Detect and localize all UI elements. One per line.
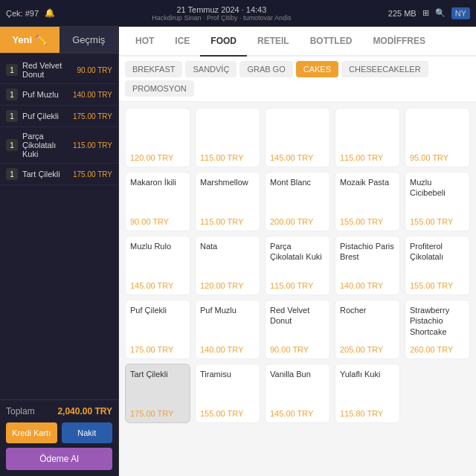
product-card[interactable]: Makaron İkili 90.00 TRY bbox=[125, 172, 190, 231]
category-tab-hot[interactable]: HOT bbox=[125, 27, 164, 57]
sub-tab-cheseecakeler[interactable]: CHESEECAKELER bbox=[341, 61, 428, 77]
product-card[interactable]: Parça Çikolatalı Kuki 115.00 TRY bbox=[265, 236, 330, 295]
order-qty: 1 bbox=[6, 89, 18, 100]
sub-tab-grab-go[interactable]: GRAB GO bbox=[239, 61, 292, 77]
order-price: 140.00 TRY bbox=[73, 91, 112, 99]
product-card[interactable]: Muzlu Cicibebeli 155.00 TRY bbox=[405, 172, 470, 231]
product-card[interactable]: 145.00 TRY bbox=[265, 108, 330, 167]
search-icon[interactable]: 🔍 bbox=[435, 8, 446, 18]
product-price: 120.00 TRY bbox=[200, 281, 255, 290]
order-name: Parça Çikolatalı Kuki bbox=[22, 132, 73, 158]
product-card[interactable]: 120.00 TRY bbox=[125, 108, 190, 167]
product-card[interactable]: Rocher 205.00 TRY bbox=[335, 300, 400, 359]
total-label: Toplam bbox=[6, 406, 35, 416]
order-name: Puf Muzlu bbox=[22, 90, 73, 99]
product-price: 115.80 TRY bbox=[340, 409, 395, 418]
product-name: Nata bbox=[200, 241, 255, 278]
product-price: 155.00 TRY bbox=[410, 217, 465, 226]
product-card[interactable]: Vanilla Bun 145.00 TRY bbox=[265, 364, 330, 423]
product-card[interactable]: Tiramisu 155.00 TRY bbox=[195, 364, 260, 423]
product-name: Tiramisu bbox=[200, 369, 255, 406]
payment-buttons: Kredi Kartı Nakit bbox=[6, 422, 112, 443]
order-name: Red Velvet Donut bbox=[22, 61, 77, 79]
order-item[interactable]: 1 Tart Çilekli 175.00 TRY bbox=[0, 164, 118, 185]
main-layout: Yeni ✏️ Geçmiş 1 Red Velvet Donut 90.00 … bbox=[0, 27, 476, 476]
product-card[interactable]: Mont Blanc 200.00 TRY bbox=[265, 172, 330, 231]
order-name: Tart Çilekli bbox=[22, 170, 73, 178]
product-name: Puf Çilekli bbox=[130, 305, 185, 342]
sub-tab-brekfast[interactable]: BREKFAST bbox=[125, 61, 182, 77]
top-bar-right: 225 MB ⊞ 🔍 NY bbox=[388, 7, 470, 19]
history-button[interactable]: Geçmiş bbox=[60, 27, 119, 53]
product-name: Muzlu Rulo bbox=[130, 241, 185, 278]
product-name: Red Velvet Donut bbox=[270, 305, 325, 342]
product-name: Profiterol Çikolatalı bbox=[410, 241, 465, 278]
sub-tabs: BREKFASTSANDVİÇGRAB GOCAKESCHESEECAKELER… bbox=[119, 57, 476, 102]
product-name: Rocher bbox=[340, 305, 395, 342]
left-footer: Toplam 2,040.00 TRY Kredi Kartı Nakit Öd… bbox=[0, 399, 118, 476]
product-name: Mozaik Pasta bbox=[340, 177, 395, 214]
product-card[interactable]: Profiterol Çikolatalı 155.00 TRY bbox=[405, 236, 470, 295]
order-price: 175.00 TRY bbox=[73, 112, 112, 120]
category-tab-ice[interactable]: ICE bbox=[164, 27, 200, 57]
order-item[interactable]: 1 Red Velvet Donut 90.00 TRY bbox=[0, 57, 118, 84]
order-qty: 1 bbox=[6, 110, 18, 122]
bell-icon[interactable]: 🔔 bbox=[45, 8, 55, 18]
product-name: Pistachio Paris Brest bbox=[340, 241, 395, 278]
product-card[interactable]: Muzlu Rulo 145.00 TRY bbox=[125, 236, 190, 295]
storage-label: 225 MB bbox=[388, 9, 416, 18]
product-card[interactable]: Marshmellow 115.00 TRY bbox=[195, 172, 260, 231]
category-tab-bottled[interactable]: BOTTLED bbox=[300, 27, 363, 57]
product-card[interactable]: 95.00 TRY bbox=[405, 108, 470, 167]
product-card[interactable]: Puf Muzlu 140.00 TRY bbox=[195, 300, 260, 359]
product-card[interactable]: Puf Çilekli 175.00 TRY bbox=[125, 300, 190, 359]
category-tab-food[interactable]: FOOD bbox=[200, 27, 247, 57]
product-card[interactable]: 115.00 TRY bbox=[335, 108, 400, 167]
product-card[interactable]: Red Velvet Donut 90.00 TRY bbox=[265, 300, 330, 359]
product-card[interactable]: Mozaik Pasta 155.00 TRY bbox=[335, 172, 400, 231]
product-price: 260.00 TRY bbox=[410, 345, 465, 354]
product-card[interactable]: Nata 120.00 TRY bbox=[195, 236, 260, 295]
sub-tab-promosyon[interactable]: PROMOSYON bbox=[125, 80, 194, 97]
order-item[interactable]: 1 Parça Çikolatalı Kuki 115.00 TRY bbox=[0, 127, 118, 164]
product-name: Strawberry Pistachio Shortcake bbox=[410, 305, 465, 342]
product-price: 155.00 TRY bbox=[410, 281, 465, 290]
product-name: Tart Çilekli bbox=[130, 369, 185, 406]
grid-icon[interactable]: ⊞ bbox=[422, 8, 429, 18]
product-name: Yulaflı Kuki bbox=[340, 369, 395, 406]
product-card[interactable]: Tart Çilekli 175.00 TRY bbox=[125, 364, 190, 423]
product-name: Puf Muzlu bbox=[200, 305, 255, 342]
payment-button[interactable]: Ödeme Al bbox=[6, 448, 112, 470]
product-price: 145.00 TRY bbox=[270, 409, 325, 418]
product-price: 90.00 TRY bbox=[270, 345, 325, 354]
category-tab-modiffres[interactable]: MODİFFRES bbox=[362, 27, 436, 57]
check-label: Çek: #97 bbox=[6, 9, 39, 18]
product-price: 145.00 TRY bbox=[130, 281, 185, 290]
order-name: Puf Çilekli bbox=[22, 112, 73, 120]
order-item[interactable]: 1 Puf Muzlu 140.00 TRY bbox=[0, 84, 118, 106]
sub-tab-cakes[interactable]: CAKES bbox=[296, 61, 338, 77]
product-card[interactable]: Strawberry Pistachio Shortcake 260.00 TR… bbox=[405, 300, 470, 359]
product-name bbox=[340, 113, 395, 150]
product-card[interactable]: Pistachio Paris Brest 140.00 TRY bbox=[335, 236, 400, 295]
sub-tab-sandvic[interactable]: SANDVİÇ bbox=[185, 61, 237, 77]
cash-button[interactable]: Nakit bbox=[62, 422, 113, 443]
product-price: 145.00 TRY bbox=[270, 153, 325, 162]
product-price: 115.00 TRY bbox=[200, 217, 255, 226]
order-item[interactable]: 1 Puf Çilekli 175.00 TRY bbox=[0, 106, 118, 127]
new-button[interactable]: Yeni ✏️ bbox=[0, 27, 60, 53]
order-qty: 1 bbox=[6, 168, 18, 180]
product-name: Parça Çikolatalı Kuki bbox=[270, 241, 325, 278]
category-tab-reteil[interactable]: RETEIL bbox=[247, 27, 300, 57]
product-card[interactable]: Yulaflı Kuki 115.80 TRY bbox=[335, 364, 400, 423]
product-price: 115.00 TRY bbox=[200, 153, 255, 162]
order-price: 90.00 TRY bbox=[77, 66, 112, 74]
product-name: Makaron İkili bbox=[130, 177, 185, 214]
right-panel: HOTICEFOODRETEILBOTTLEDMODİFFRES BREKFAS… bbox=[119, 27, 476, 476]
credit-card-button[interactable]: Kredi Kartı bbox=[6, 422, 57, 443]
order-price: 115.00 TRY bbox=[73, 141, 112, 149]
product-name: Muzlu Cicibebeli bbox=[410, 177, 465, 214]
product-price: 115.00 TRY bbox=[340, 153, 395, 162]
top-bar-left: Çek: #97 🔔 bbox=[6, 8, 55, 18]
product-card[interactable]: 115.00 TRY bbox=[195, 108, 260, 167]
